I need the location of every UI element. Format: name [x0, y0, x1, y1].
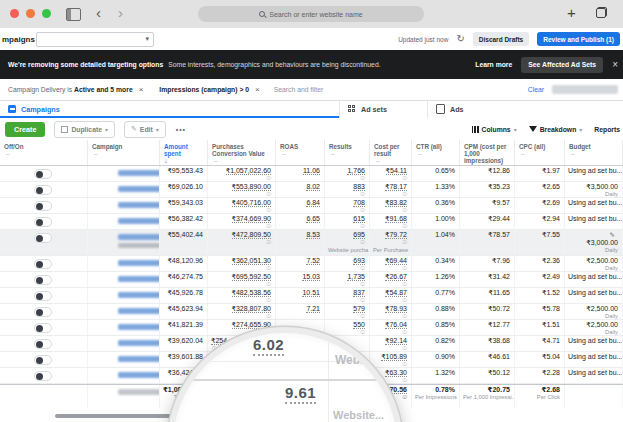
campaign-toggle[interactable] [34, 217, 52, 227]
budget-value: Using ad set bu... [568, 353, 618, 361]
column-header-budget[interactable]: Budget– [565, 140, 623, 165]
more-options-button[interactable]: ••• [176, 126, 186, 133]
campaign-toggle[interactable] [34, 233, 52, 243]
campaign-name-redacted[interactable] [118, 340, 160, 346]
budget-value: ₹2,500.00 [568, 257, 618, 265]
campaign-name-redacted[interactable] [118, 276, 160, 282]
new-tab-button[interactable]: + [567, 4, 576, 21]
remove-filter-icon[interactable]: × [139, 85, 144, 94]
campaign-toggle[interactable] [34, 185, 52, 195]
campaign-toggle[interactable] [34, 169, 52, 179]
column-header-purchases-conversion-value[interactable]: Purchases Conversion Value– [208, 140, 276, 165]
campaign-toggle[interactable] [34, 355, 52, 365]
cell-results: 550ⓘ [325, 320, 370, 335]
column-header-cpc-all-[interactable]: CPC (all)– [515, 140, 565, 165]
campaign-name-redacted[interactable] [118, 170, 160, 176]
close-window-button[interactable] [10, 9, 19, 18]
metric-value: 693ⓘ [328, 257, 365, 271]
reports-button[interactable]: Reports [594, 126, 620, 133]
campaign-toggle[interactable] [34, 275, 52, 285]
metric-value: 0.77% [415, 289, 455, 297]
metric-value: ₹5.04 [518, 353, 560, 361]
metric-value: ₹4.71 [518, 337, 560, 345]
back-button[interactable]: ‹ [96, 3, 101, 23]
discard-drafts-button[interactable]: Discard Drafts [473, 32, 529, 46]
table-row: ₹95,553.43₹1,057,022.60ⓘ11.061,766ⓘWebsi… [0, 166, 623, 182]
metric-value: ₹46,274.75 [163, 273, 203, 281]
metric-value: ₹2.65 [518, 183, 560, 191]
campaign-name-redacted[interactable] [118, 292, 160, 298]
metric-value: ₹69.44ⓘ [373, 257, 407, 271]
filter-chip-impressions[interactable]: Impressions (campaign) > 0 [159, 86, 249, 93]
tab-overview-icon[interactable] [596, 7, 607, 18]
campaign-toggle[interactable] [34, 339, 52, 349]
column-header-roas[interactable]: ROAS– [276, 140, 325, 165]
column-header-results[interactable]: Results– [325, 140, 370, 165]
review-publish-button[interactable]: Review and Publish (1) [537, 32, 620, 46]
campaign-name-redacted[interactable] [118, 186, 160, 192]
campaign-name-redacted[interactable] [118, 218, 160, 224]
campaign-name-redacted[interactable] [118, 234, 160, 240]
column-header-cost-per-result[interactable]: Cost per result– [370, 140, 412, 165]
campaign-name-redacted[interactable] [118, 324, 160, 330]
search-filter-input[interactable]: Search and filter [274, 86, 324, 93]
campaign-toggle[interactable] [34, 371, 52, 381]
column-header-cpm-cost-per-1-000-impressions-[interactable]: CPM (cost per 1,000 impressions)– [460, 140, 515, 165]
close-icon[interactable]: × [612, 59, 618, 70]
campaign-name-redacted[interactable] [118, 308, 160, 314]
metric-value: 1.04% [415, 231, 455, 239]
tab-campaigns[interactable]: Campaigns [0, 100, 340, 118]
column-header-ctr-all-[interactable]: CTR (all)– [412, 140, 460, 165]
tab-ad-sets[interactable]: Ad sets [340, 100, 428, 118]
column-header-campaign[interactable]: Campaign– [88, 140, 160, 165]
metric-value: 0.82% [415, 337, 455, 345]
column-header-label: CTR (all) [416, 143, 442, 150]
info-icon: ⓘ [329, 175, 365, 181]
metric-text: ₹39,620.04 [167, 337, 203, 344]
clear-filters-button[interactable]: Clear [528, 86, 544, 93]
campaign-toggle[interactable] [34, 323, 52, 333]
campaign-toggle[interactable] [34, 201, 52, 211]
cell-purchases-conversion-value: ₹374,669.90ⓘ [208, 214, 276, 229]
campaign-name-redacted[interactable] [118, 372, 160, 378]
budget-text: Using ad set bu... [568, 337, 622, 344]
cell-budget: Using ad set bu... [565, 272, 623, 287]
duplicate-button[interactable]: Duplicate ▾ [54, 121, 115, 138]
campaign-toggle[interactable] [34, 259, 52, 269]
columns-button[interactable]: Columns ▾ [472, 126, 517, 133]
sidebar-toggle-icon[interactable] [66, 8, 81, 21]
info-icon: ⓘ [374, 223, 407, 229]
budget-text: Using ad set bu... [568, 353, 622, 360]
see-affected-button[interactable]: See Affected Ad Sets [521, 57, 603, 73]
campaign-name-redacted[interactable] [118, 260, 160, 266]
campaign-name-redacted[interactable] [118, 356, 160, 362]
create-button[interactable]: Create [5, 122, 45, 137]
sort-dash-icon: – [6, 150, 84, 157]
remove-filter-icon[interactable]: × [255, 85, 260, 94]
refresh-icon[interactable]: ↻ [456, 34, 464, 44]
column-header-off-on[interactable]: Off/On– [0, 140, 88, 165]
edit-button[interactable]: ✎ Edit ▾ [124, 121, 166, 138]
campaign-toggle[interactable] [34, 291, 52, 301]
edit-budget-icon[interactable]: ✎ [568, 231, 615, 239]
metric-value: ₹7.96 [463, 257, 510, 265]
metric-text: 0.78% [435, 386, 455, 393]
metric-value: 0.90% [415, 353, 455, 361]
metric-text: 693 [353, 257, 365, 265]
campaign-toggle[interactable] [34, 307, 52, 317]
zoom-window-button[interactable] [42, 9, 51, 18]
cell-roas: 6.65 [276, 214, 325, 229]
breakdown-button[interactable]: Breakdown ▾ [529, 126, 583, 133]
view-dropdown[interactable]: ▾ [36, 32, 154, 47]
cell-budget: ✎₹3,000.00Daily [565, 230, 623, 255]
column-header-amount-spent[interactable]: Amount spent ↓– [160, 140, 208, 165]
learn-more-link[interactable]: Learn more [475, 61, 512, 68]
campaign-name-redacted[interactable] [118, 202, 160, 208]
table-row: ₹46,274.75₹695,592.50ⓘ15.031,735ⓘWebsite… [0, 272, 623, 288]
filter-chip-delivery[interactable]: Campaign Delivery is Active and 5 more [8, 86, 133, 93]
forward-button[interactable]: › [118, 3, 123, 23]
cell-cost-per-result: ₹92.14ⓘPer Purchase [370, 336, 412, 351]
tab-ads[interactable]: Ads [428, 100, 623, 118]
address-bar[interactable]: Search or enter website name [198, 6, 424, 22]
minimize-window-button[interactable] [26, 9, 35, 18]
